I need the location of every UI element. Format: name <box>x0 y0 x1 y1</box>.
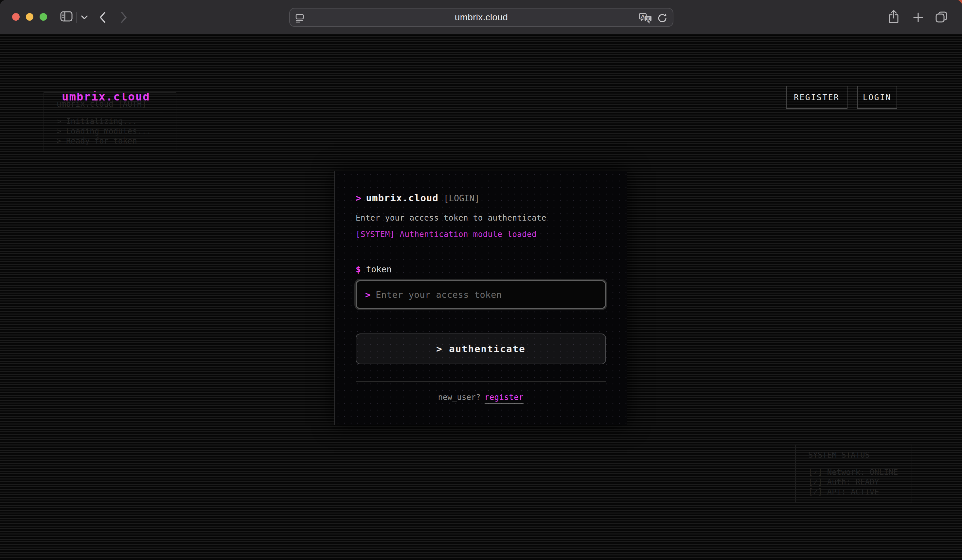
status-item: [✓] Auth: READY <box>808 477 899 487</box>
webpage-content: umbrix.cloud REGISTER LOGIN umbrix.cloud… <box>0 36 962 560</box>
toolbar-divider <box>76 12 77 23</box>
token-input-container[interactable]: > <box>356 280 606 309</box>
url-text[interactable]: umbrix.cloud <box>290 12 673 23</box>
card-title: >umbrix.cloud[LOGIN] <box>356 192 606 205</box>
new-user-question: new_user? <box>438 393 481 402</box>
register-link[interactable]: register <box>484 393 524 403</box>
status-item: [✓] API: ACTIVE <box>808 487 899 497</box>
address-bar[interactable]: umbrix.cloud A 文 <box>289 8 673 27</box>
tab-overview-icon[interactable] <box>935 11 947 23</box>
ghost-terminal-line: > Loading modules... <box>56 126 163 136</box>
card-subtitle: Enter your access token to authenticate <box>356 213 606 223</box>
background-terminal-auth: umbrix.cloud [AUTH] > Initializing... > … <box>44 92 176 152</box>
login-card: >umbrix.cloud[LOGIN] Enter your access t… <box>334 171 627 425</box>
card-divider <box>356 248 606 248</box>
back-icon[interactable] <box>99 11 106 23</box>
zoom-window-button[interactable] <box>40 13 47 21</box>
status-panel-title: SYSTEM STATUS <box>808 450 899 460</box>
ghost-terminal-line: > Ready for token <box>56 136 163 146</box>
ghost-terminal-title: umbrix.cloud [AUTH] <box>56 100 163 109</box>
ghost-terminal-divider <box>56 112 163 113</box>
prompt-chevron-icon: > <box>356 192 361 203</box>
safari-window: umbrix.cloud A 文 <box>0 0 962 560</box>
browser-toolbar: umbrix.cloud A 文 <box>0 0 962 35</box>
input-prompt-chevron-icon: > <box>365 290 370 300</box>
card-footer: new_user?register <box>356 393 606 402</box>
forward-icon[interactable] <box>120 11 128 23</box>
token-input[interactable] <box>376 290 597 300</box>
share-icon[interactable] <box>888 10 899 24</box>
minimize-window-button[interactable] <box>26 13 33 21</box>
register-button[interactable]: REGISTER <box>786 86 847 109</box>
system-message: [SYSTEM] Authentication module loaded <box>356 230 606 239</box>
reload-icon[interactable] <box>657 13 668 24</box>
status-item: [✓] Network: ONLINE <box>808 467 899 477</box>
status-panel-divider <box>808 463 899 463</box>
svg-text:A: A <box>641 14 645 19</box>
card-title-text: umbrix.cloud <box>366 192 439 203</box>
background-system-status: SYSTEM STATUS [✓] Network: ONLINE [✓] Au… <box>795 444 912 503</box>
sidebar-toggle-icon[interactable] <box>60 11 73 22</box>
dollar-prompt-icon: $ <box>356 265 361 274</box>
close-window-button[interactable] <box>12 13 19 21</box>
token-field-label: $token <box>356 265 606 274</box>
authenticate-button[interactable]: > authenticate <box>356 334 606 364</box>
card-footer-divider <box>356 381 606 382</box>
token-label-text: token <box>366 265 392 274</box>
new-tab-icon[interactable] <box>913 12 923 23</box>
card-title-tag: [LOGIN] <box>444 194 480 203</box>
login-button[interactable]: LOGIN <box>857 86 897 109</box>
svg-text:文: 文 <box>646 16 650 21</box>
chevron-down-icon[interactable] <box>81 15 88 19</box>
translate-icon[interactable]: A 文 <box>639 13 652 24</box>
ghost-terminal-line: > Initializing... <box>56 116 163 126</box>
